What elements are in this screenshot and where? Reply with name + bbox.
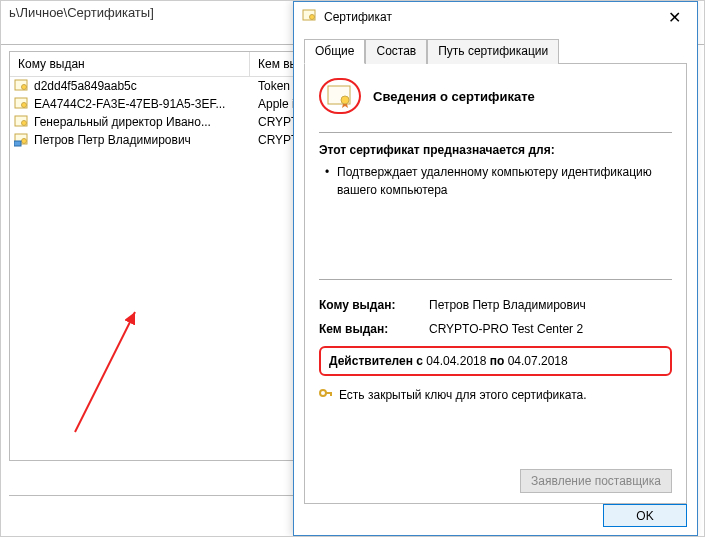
field-label: Кем выдан:: [319, 322, 429, 336]
annotation-arrow: [65, 302, 185, 442]
field-label: Кому выдан:: [319, 298, 429, 312]
field-value: Петров Петр Владимирович: [429, 298, 672, 312]
column-header-issued-to[interactable]: Кому выдан: [10, 52, 250, 76]
svg-rect-8: [14, 141, 21, 146]
certificate-dialog: Сертификат ✕ Общие Состав Путь сертифика…: [293, 1, 698, 536]
dialog-title: Сертификат: [324, 10, 392, 24]
validity-period: Действителен с 04.04.2018 по 04.07.2018: [319, 346, 672, 376]
svg-point-5: [22, 121, 27, 126]
validity-mid: по: [486, 354, 507, 368]
supplier-statement-button[interactable]: Заявление поставщика: [520, 469, 672, 493]
tab-path[interactable]: Путь сертификации: [427, 39, 559, 64]
validity-prefix: Действителен с: [329, 354, 426, 368]
cell-issued-to: Петров Петр Владимирович: [34, 133, 250, 147]
private-key-text: Есть закрытый ключ для этого сертификата…: [339, 388, 587, 402]
certificate-icon: [14, 115, 30, 129]
field-issued-by: Кем выдан: CRYPTO-PRO Test Center 2: [319, 322, 672, 336]
svg-point-3: [22, 103, 27, 108]
certificate-icon: [14, 79, 30, 93]
certificate-key-icon: [14, 133, 30, 147]
certificate-heading-text: Сведения о сертификате: [373, 89, 535, 104]
field-issued-to: Кому выдан: Петров Петр Владимирович: [319, 298, 672, 312]
purpose-title: Этот сертификат предназначается для:: [319, 143, 672, 157]
svg-rect-16: [330, 392, 332, 396]
dialog-titlebar: Сертификат ✕: [294, 2, 697, 32]
cell-issued-to: Генеральный директор Ивано...: [34, 115, 250, 129]
private-key-note: Есть закрытый ключ для этого сертификата…: [319, 386, 672, 403]
certificate-heading: Сведения о сертификате: [319, 78, 672, 114]
svg-point-1: [22, 85, 27, 90]
cell-issued-to: d2dd4f5a849aab5c: [34, 79, 250, 93]
field-value: CRYPTO-PRO Test Center 2: [429, 322, 672, 336]
tab-details[interactable]: Состав: [365, 39, 427, 64]
certificate-icon: [302, 9, 318, 26]
tab-general[interactable]: Общие: [304, 39, 365, 64]
divider: [319, 132, 672, 133]
cell-issued-to: EA4744C2-FA3E-47EB-91A5-3EF...: [34, 97, 250, 111]
divider: [319, 279, 672, 280]
svg-point-13: [341, 96, 349, 104]
purpose-item: Подтверждает удаленному компьютеру идент…: [319, 163, 672, 199]
certificate-large-icon: [319, 78, 361, 114]
svg-point-11: [310, 14, 315, 19]
tab-content-general: Сведения о сертификате Этот сертификат п…: [304, 64, 687, 504]
tab-bar: Общие Состав Путь сертификации: [304, 38, 687, 64]
validity-to: 04.07.2018: [508, 354, 568, 368]
close-button[interactable]: ✕: [660, 6, 689, 29]
validity-from: 04.04.2018: [426, 354, 486, 368]
ok-button[interactable]: OK: [603, 504, 687, 527]
svg-line-9: [75, 312, 135, 432]
certificate-icon: [14, 97, 30, 111]
svg-point-7: [22, 139, 27, 144]
dialog-footer: OK: [603, 504, 687, 527]
key-icon: [319, 386, 333, 403]
